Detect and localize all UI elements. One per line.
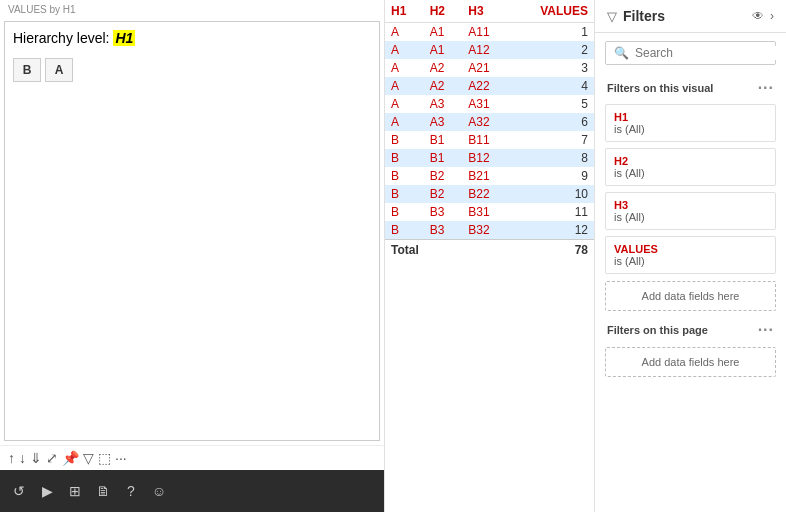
frame-icon[interactable]: ⬚ — [98, 450, 111, 466]
cell-h3: A21 — [462, 59, 509, 77]
section-visual: Filters on this visual ··· — [595, 73, 786, 101]
cell-h3: A32 — [462, 113, 509, 131]
cell-h3: A12 — [462, 41, 509, 59]
cell-h1: A — [385, 41, 424, 59]
add-fields-visual-btn[interactable]: Add data fields here — [605, 281, 776, 311]
table-row: B B1 B11 7 — [385, 131, 594, 149]
more-icon[interactable]: ··· — [115, 450, 127, 466]
expand-icon[interactable]: ⤢ — [46, 450, 58, 466]
filter-card-values-value: is (All) — [614, 255, 767, 267]
section-visual-label: Filters on this visual — [607, 82, 713, 94]
search-icon: 🔍 — [614, 46, 629, 60]
cell-h2: B3 — [424, 203, 463, 221]
filter-card-values[interactable]: VALUES is (All) — [605, 236, 776, 274]
table-row: B B3 B32 12 — [385, 221, 594, 240]
filter-card-h3-title: H3 — [614, 199, 767, 211]
pin-icon[interactable]: 📌 — [62, 450, 79, 466]
cell-value: 12 — [509, 221, 594, 240]
col-h2: H2 — [424, 0, 463, 23]
filter-title: Filters — [623, 8, 746, 24]
down-arrow-icon[interactable]: ↓ — [19, 450, 26, 466]
filter-card-values-title: VALUES — [614, 243, 767, 255]
cell-value: 1 — [509, 23, 594, 42]
cell-h2: A2 — [424, 59, 463, 77]
chevron-right-icon[interactable]: › — [770, 9, 774, 23]
total-label: Total — [385, 240, 509, 261]
cell-h1: A — [385, 77, 424, 95]
help-icon[interactable]: ? — [120, 480, 142, 502]
reset-icon[interactable]: ↺ — [8, 480, 30, 502]
table-row: B B2 B21 9 — [385, 167, 594, 185]
cell-value: 4 — [509, 77, 594, 95]
cell-h2: B3 — [424, 221, 463, 240]
table-row: A A2 A21 3 — [385, 59, 594, 77]
cell-h3: B22 — [462, 185, 509, 203]
filter-header: ▽ Filters 👁 › — [595, 0, 786, 33]
eye-icon[interactable]: 👁 — [752, 9, 764, 23]
filter-funnel-icon: ▽ — [607, 9, 617, 24]
cell-value: 2 — [509, 41, 594, 59]
total-value: 78 — [509, 240, 594, 261]
cell-h1: B — [385, 185, 424, 203]
table-icon[interactable]: ⊞ — [64, 480, 86, 502]
visual-area: Hierarchy level: H1 B A — [4, 21, 380, 441]
section-page: Filters on this page ··· — [595, 315, 786, 343]
cell-value: 3 — [509, 59, 594, 77]
up-arrow-icon[interactable]: ↑ — [8, 450, 15, 466]
toolbar: ↺ ▶ ⊞ 🗎 ? ☺ — [0, 470, 384, 512]
cell-h1: A — [385, 23, 424, 42]
button-group: B A — [13, 58, 371, 82]
filter-card-h2-title: H2 — [614, 155, 767, 167]
cell-h1: A — [385, 59, 424, 77]
table-row: A A3 A32 6 — [385, 113, 594, 131]
table-row: B B2 B22 10 — [385, 185, 594, 203]
cell-h3: A31 — [462, 95, 509, 113]
btn-a[interactable]: A — [45, 58, 73, 82]
table-row: A A1 A11 1 — [385, 23, 594, 42]
table-row: B B3 B31 11 — [385, 203, 594, 221]
emoji-icon[interactable]: ☺ — [148, 480, 170, 502]
section-visual-dots[interactable]: ··· — [758, 79, 774, 97]
table-panel: H1 H2 H3 VALUES A A1 A11 1 A A1 A12 2 A … — [385, 0, 595, 512]
cell-h1: B — [385, 203, 424, 221]
cell-h2: B1 — [424, 131, 463, 149]
add-fields-page-btn[interactable]: Add data fields here — [605, 347, 776, 377]
cell-h2: A1 — [424, 23, 463, 42]
search-input[interactable] — [635, 46, 785, 60]
document-icon[interactable]: 🗎 — [92, 480, 114, 502]
filter-card-h3[interactable]: H3 is (All) — [605, 192, 776, 230]
filter2-icon[interactable]: ▽ — [83, 450, 94, 466]
col-h1: H1 — [385, 0, 424, 23]
cell-value: 5 — [509, 95, 594, 113]
cell-h1: B — [385, 131, 424, 149]
table-row: A A3 A31 5 — [385, 95, 594, 113]
data-table: H1 H2 H3 VALUES A A1 A11 1 A A1 A12 2 A … — [385, 0, 594, 260]
cell-value: 11 — [509, 203, 594, 221]
cell-h3: B11 — [462, 131, 509, 149]
filter-card-h2-value: is (All) — [614, 167, 767, 179]
btn-b[interactable]: B — [13, 58, 41, 82]
cell-h3: B31 — [462, 203, 509, 221]
double-down-icon[interactable]: ⇓ — [30, 450, 42, 466]
filter-card-h3-value: is (All) — [614, 211, 767, 223]
cell-h3: B12 — [462, 149, 509, 167]
cell-h2: B2 — [424, 185, 463, 203]
cell-h1: B — [385, 167, 424, 185]
chart-label: VALUES by H1 — [0, 0, 384, 17]
hierarchy-value: H1 — [113, 30, 135, 46]
cell-h2: A3 — [424, 95, 463, 113]
filter-card-h2[interactable]: H2 is (All) — [605, 148, 776, 186]
cell-h1: B — [385, 149, 424, 167]
cell-h2: B2 — [424, 167, 463, 185]
left-panel: VALUES by H1 Hierarchy level: H1 B A ↑ ↓… — [0, 0, 385, 512]
cell-h1: A — [385, 113, 424, 131]
table-scroll[interactable]: H1 H2 H3 VALUES A A1 A11 1 A A1 A12 2 A … — [385, 0, 594, 512]
cell-h1: B — [385, 221, 424, 240]
play-icon[interactable]: ▶ — [36, 480, 58, 502]
col-values: VALUES — [509, 0, 594, 23]
table-row: B B1 B12 8 — [385, 149, 594, 167]
cell-h3: B21 — [462, 167, 509, 185]
filter-card-h1[interactable]: H1 is (All) — [605, 104, 776, 142]
section-page-dots[interactable]: ··· — [758, 321, 774, 339]
search-box[interactable]: 🔍 — [605, 41, 776, 65]
